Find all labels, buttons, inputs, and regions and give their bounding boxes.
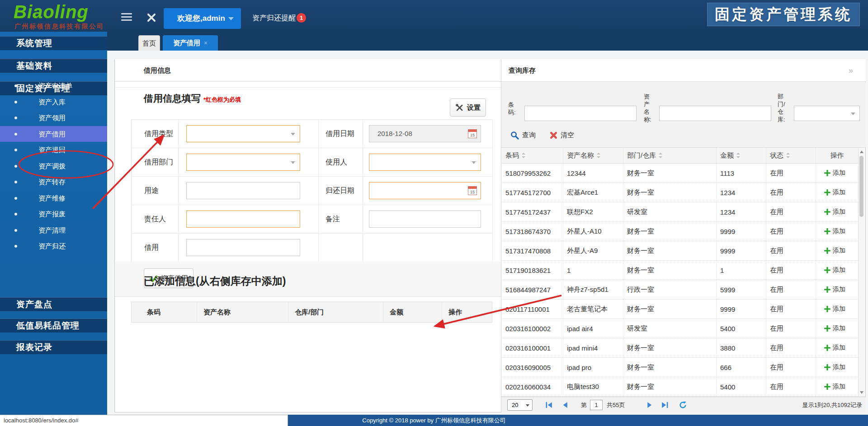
sidebar-item[interactable]: 资产转存 (0, 174, 107, 190)
sidebar-item[interactable]: 资产清理 (0, 222, 107, 239)
sidebar-item-label: 资产申请单 (38, 82, 72, 89)
borrow-type-select[interactable] (186, 125, 300, 142)
return-reminder-link[interactable]: 资产归还提醒 (252, 14, 296, 23)
cell-asset-name: ipad mini4 (563, 338, 623, 358)
remark-input[interactable] (369, 211, 481, 228)
col-asset-name: 资产名称 (197, 302, 288, 322)
add-button[interactable]: 添加 (816, 183, 858, 202)
sidebar-item[interactable]: 资产归还 (0, 238, 107, 254)
scroll-up-icon[interactable] (860, 150, 863, 153)
cell-asset-name: 神舟z7-sp5d1 (563, 280, 623, 300)
purpose-input[interactable] (186, 182, 300, 199)
add-button[interactable]: 添加 (816, 202, 858, 222)
tab-close-icon[interactable]: × (204, 39, 208, 47)
scroll-down-icon[interactable] (860, 391, 863, 394)
col-dept-warehouse[interactable]: 部门/仓库 (623, 148, 716, 163)
inventory-table-row[interactable]: 020117110001 老古董笔记本 财务一室 9999 在用 添加 (502, 300, 858, 319)
first-page-icon[interactable] (545, 401, 553, 409)
cell-department: 研发室 (623, 202, 716, 222)
inventory-table-row[interactable]: 020216060034 电脑test30 财务一室 5400 在用 添加 (502, 377, 858, 397)
barcode-filter-input[interactable] (524, 106, 637, 121)
add-button[interactable]: 添加 (816, 261, 858, 280)
pagination-bar: 20 第 共55页 显示1到20,共1092记录 (501, 397, 866, 412)
last-page-icon[interactable] (661, 401, 669, 409)
add-button[interactable]: 添加 (816, 241, 858, 261)
sidebar-section-inventory-check[interactable]: 资产盘点 (0, 297, 107, 311)
sidebar-item[interactable]: 资产借用 (0, 126, 107, 142)
asset-name-filter-input[interactable] (659, 106, 771, 121)
sidebar-section-consumables[interactable]: 低值易耗品管理 (0, 318, 107, 332)
sidebar-section-system[interactable]: 系统管理 (0, 36, 107, 50)
tab-home[interactable]: 首页 (138, 35, 160, 51)
inventory-table-row[interactable]: 517745172700 宏基Arce1 财务一室 1234 在用 添加 (502, 183, 858, 202)
borrow-panel-header: 借用信息 (115, 59, 501, 82)
prev-page-icon[interactable] (561, 401, 569, 409)
add-button[interactable]: 添加 (816, 280, 858, 300)
col-asset-name[interactable]: 资产名称 (563, 148, 623, 163)
add-button[interactable]: 添加 (816, 300, 858, 319)
cell-department: 财务一室 (623, 164, 716, 183)
table-scrollbar[interactable] (858, 148, 864, 397)
inventory-table-row[interactable]: 020316100002 ipad air4 研发室 5400 在用 添加 (502, 319, 858, 338)
sidebar-item[interactable]: 资产报废 (0, 206, 107, 222)
inventory-table-row[interactable]: 517190183621 1 财务一室 1 在用 添加 (502, 261, 858, 280)
add-button[interactable]: 添加 (816, 319, 858, 338)
inventory-table-row[interactable]: 517318674370 外星人-A10 财务一室 9999 在用 添加 (502, 222, 858, 241)
col-barcode[interactable]: 条码 (502, 148, 563, 163)
search-icon (510, 131, 519, 140)
col-amount: 金额 (383, 302, 442, 322)
chevron-down-icon (526, 404, 529, 407)
settings-button[interactable]: 设置 (450, 98, 486, 117)
sidebar-item-label: 资产转存 (38, 178, 66, 186)
add-button[interactable]: 添加 (816, 338, 858, 358)
page-size-select[interactable]: 20 (507, 399, 533, 411)
sidebar-section-basic-data[interactable]: 基础资料 (0, 59, 107, 73)
plus-icon (824, 189, 830, 196)
inventory-table-row[interactable]: 020316090005 ipad pro 财务一室 666 在用 添加 (502, 358, 858, 377)
return-date-input[interactable]: 15 (369, 182, 481, 199)
inventory-table-row[interactable]: 517745172437 联想FX2 研发室 1234 在用 添加 (502, 202, 858, 222)
user-select[interactable] (369, 154, 481, 171)
chevron-down-icon (472, 161, 476, 164)
clear-button[interactable]: 清空 (550, 128, 574, 142)
calendar-icon[interactable]: 15 (468, 186, 477, 195)
cell-amount: 5400 (716, 319, 766, 338)
collapse-icon[interactable]: » (849, 59, 853, 82)
welcome-user-button[interactable]: 欢迎您,admin (164, 8, 241, 29)
search-button[interactable]: 查询 (510, 128, 536, 142)
inventory-table-header: 条码 资产名称 部门/仓库 金额 状态 操作 (502, 148, 858, 164)
sidebar-item[interactable]: 资产维修 (0, 190, 107, 206)
refresh-icon[interactable] (679, 401, 687, 409)
cell-asset-name: 1 (563, 261, 623, 280)
sidebar-item[interactable]: 资产退回 (0, 142, 107, 158)
inventory-table-row[interactable]: 516844987247 神舟z7-sp5d1 行政一室 5999 在用 添加 (502, 280, 858, 300)
menu-toggle-icon[interactable] (121, 13, 132, 21)
inventory-table-row[interactable]: 517317470808 外星人-A9 财务一室 9999 在用 添加 (502, 241, 858, 261)
next-page-icon[interactable] (646, 401, 653, 409)
sidebar-item[interactable]: 资产申请单 (0, 78, 107, 94)
col-status[interactable]: 状态 (766, 148, 816, 163)
page-input[interactable] (590, 400, 603, 410)
col-amount[interactable]: 金额 (716, 148, 766, 163)
close-icon[interactable] (146, 12, 157, 23)
sidebar-item[interactable]: 资产入库 (0, 94, 107, 110)
inventory-table-row[interactable]: 020316100001 ipad mini4 财务一室 3880 在用 添加 (502, 338, 858, 358)
sidebar-item[interactable]: 资产调拨 (0, 158, 107, 174)
sidebar-section-reports[interactable]: 报表记录 (0, 340, 107, 354)
borrow-dept-select[interactable] (186, 154, 300, 171)
responsible-input[interactable] (186, 211, 300, 228)
add-button[interactable]: 添加 (816, 377, 858, 397)
calendar-icon[interactable]: 15 (468, 129, 477, 138)
sidebar-item[interactable]: 资产领用 (0, 110, 107, 126)
cell-amount: 1 (716, 261, 766, 280)
tab-asset-borrow[interactable]: 资产借用× (163, 35, 218, 51)
scroll-thumb[interactable] (859, 156, 863, 217)
borrow-input[interactable] (186, 239, 300, 256)
add-button[interactable]: 添加 (816, 358, 858, 377)
add-button[interactable]: 添加 (816, 222, 858, 241)
added-info-title: 已添加信息(从右侧库存中添加) (144, 274, 286, 288)
inventory-table-row[interactable]: 518079953262 12344 财务一室 1113 在用 添加 (502, 164, 858, 183)
dept-filter-select[interactable] (794, 106, 860, 121)
add-button[interactable]: 添加 (816, 164, 858, 183)
cell-amount: 1113 (716, 164, 766, 183)
